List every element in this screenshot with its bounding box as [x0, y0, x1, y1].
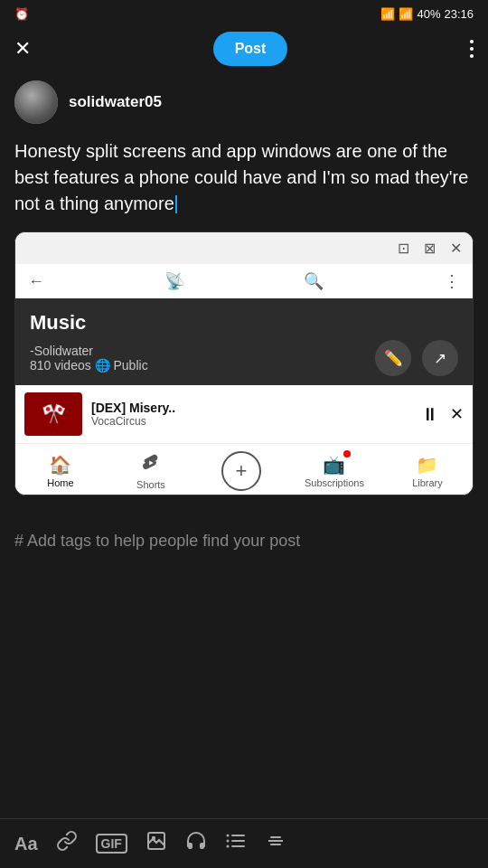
dot1: [470, 40, 474, 43]
list-icon[interactable]: [225, 830, 247, 857]
post-button[interactable]: Post: [213, 32, 288, 66]
wifi-icon: 📶: [380, 7, 395, 21]
link-icon[interactable]: [56, 830, 78, 857]
user-row: solidwater05: [0, 77, 488, 135]
minimize-icon[interactable]: ⊡: [398, 240, 409, 257]
post-content: Honesty split screens and app windows ar…: [14, 141, 468, 213]
subscriptions-label: Subscriptions: [305, 477, 364, 488]
username[interactable]: solidwater05: [69, 93, 162, 111]
subscriptions-badge: [343, 450, 351, 458]
gif-icon[interactable]: GIF: [96, 834, 127, 854]
home-icon: 🏠: [49, 454, 71, 476]
font-icon[interactable]: Aa: [14, 834, 38, 854]
now-playing-bar: 🎌 [DEX] Misery.. VocaCircus ⏸ ✕: [15, 385, 473, 443]
yt-channel-area: Music -Solidwater 810 videos 🌐 Public ✏️…: [15, 298, 473, 385]
yt-nav-subscriptions[interactable]: 📺 Subscriptions: [305, 454, 364, 488]
tags-hint[interactable]: # Add tags to help people find your post: [0, 510, 488, 569]
channel-meta: -Solidwater 810 videos 🌐 Public ✏️ ↗: [30, 340, 458, 376]
signal-icon: 📶: [399, 7, 413, 21]
search-icon[interactable]: 🔍: [304, 271, 324, 291]
channel-name: -Solidwater: [30, 344, 148, 358]
yt-nav-home[interactable]: 🏠 Home: [33, 454, 88, 488]
library-icon: 📁: [416, 454, 438, 476]
channel-stats: 810 videos 🌐 Public: [30, 358, 148, 373]
headphones-icon[interactable]: [185, 830, 207, 857]
share-channel-button[interactable]: ↗: [422, 340, 458, 376]
pause-button[interactable]: ⏸: [421, 404, 439, 425]
bottom-toolbar: Aa GIF: [0, 818, 488, 868]
close-embed-icon[interactable]: ✕: [450, 240, 462, 257]
now-playing-controls: ⏸ ✕: [421, 404, 464, 425]
avatar[interactable]: [14, 80, 58, 124]
yt-bottom-nav: 🏠 Home Shorts + 📺 Subscriptions 📁 Li: [15, 443, 473, 495]
status-right: 📶 📶 40% 23:16: [380, 7, 474, 21]
library-label: Library: [412, 477, 443, 488]
subscriptions-icon: 📺: [323, 454, 345, 476]
yt-nav-add[interactable]: +: [214, 451, 268, 491]
expand-icon[interactable]: ⊠: [424, 240, 436, 257]
avatar-image: [14, 80, 58, 124]
shorts-label: Shorts: [136, 479, 165, 490]
home-label: Home: [47, 477, 73, 488]
image-icon[interactable]: [145, 830, 167, 857]
time-text: 23:16: [444, 7, 474, 21]
dot2: [470, 47, 474, 51]
now-playing-artist: VocaCircus: [91, 415, 412, 428]
text-cursor: [175, 195, 177, 213]
now-playing-info: [DEX] Misery.. VocaCircus: [91, 401, 412, 429]
add-button[interactable]: +: [221, 451, 261, 491]
post-text-area[interactable]: Honesty split screens and app windows ar…: [0, 135, 488, 231]
shorts-icon: [141, 453, 161, 477]
status-left: ⏰: [14, 7, 29, 21]
strikethrough-icon[interactable]: [265, 830, 286, 857]
channel-info: -Solidwater 810 videos 🌐 Public: [30, 344, 148, 373]
top-nav: ✕ Post: [0, 24, 488, 77]
svg-point-5: [226, 835, 229, 837]
close-button[interactable]: ✕: [14, 37, 31, 61]
globe-icon: 🌐: [95, 358, 114, 373]
svg-point-7: [226, 845, 229, 848]
embed-toolbar: ← 📡 🔍 ⋮: [15, 264, 473, 298]
more-embed-icon[interactable]: ⋮: [444, 271, 460, 291]
edit-channel-button[interactable]: ✏️: [375, 340, 411, 376]
more-options-button[interactable]: [470, 40, 474, 58]
yt-nav-library[interactable]: 📁 Library: [400, 454, 455, 488]
now-playing-title: [DEX] Misery..: [91, 401, 412, 416]
video-thumbnail: 🎌: [24, 392, 82, 436]
back-icon[interactable]: ←: [28, 272, 44, 291]
embed-titlebar: ⊡ ⊠ ✕: [15, 232, 473, 264]
svg-point-6: [226, 840, 229, 843]
thumb-art-icon: 🎌: [42, 402, 66, 426]
cast-icon[interactable]: 📡: [164, 271, 184, 291]
embed-container: ⊡ ⊠ ✕ ← 📡 🔍 ⋮ Music -Solidwater 810 vide…: [14, 231, 474, 495]
status-bar: ⏰ 📶 📶 40% 23:16: [0, 0, 488, 24]
dot3: [470, 54, 474, 58]
yt-nav-shorts[interactable]: Shorts: [124, 453, 178, 490]
alarm-icon: ⏰: [14, 7, 29, 21]
channel-title: Music: [30, 311, 458, 335]
channel-actions: ✏️ ↗: [375, 340, 458, 376]
close-player-button[interactable]: ✕: [450, 404, 464, 424]
battery-text: 40%: [417, 7, 440, 21]
